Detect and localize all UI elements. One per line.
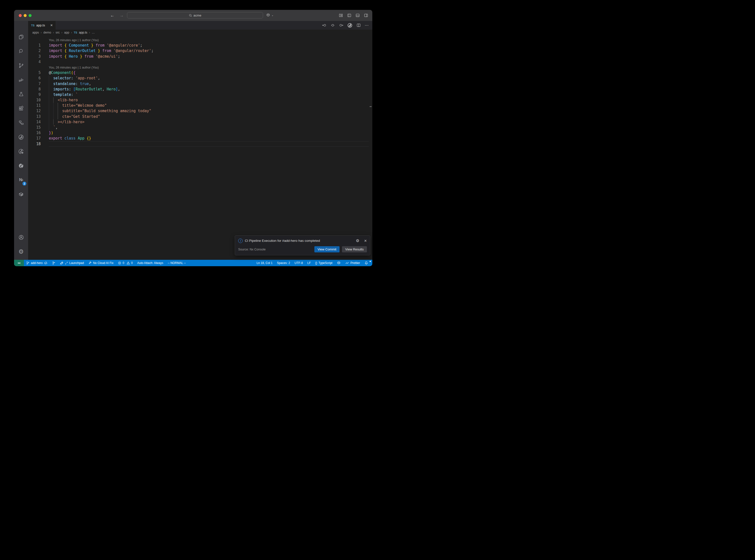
toggle-panel-icon[interactable]	[355, 13, 360, 18]
indentation-item[interactable]: Spaces: 2	[275, 260, 292, 266]
copilot-status-item[interactable]	[335, 260, 343, 266]
typescript-file-icon: TS	[31, 24, 35, 27]
tab-app-ts[interactable]: TS app.ts ✕	[28, 21, 56, 29]
line-number: 15	[28, 125, 49, 130]
code-line: 6 selector: 'app-root',	[28, 75, 372, 81]
git-branch-item[interactable]: add-hero	[24, 260, 50, 266]
launchpad-item[interactable]: Launchpad	[58, 260, 86, 266]
double-check-icon: ✓✓	[345, 261, 348, 265]
code-line: 12 subtitle="Build something amazing tod…	[28, 108, 372, 114]
breadcrumb-symbol[interactable]: …	[92, 31, 95, 34]
settings-gear-icon[interactable]: ⚙	[14, 244, 28, 259]
code-line: 14 ></lib-hero>	[28, 119, 372, 125]
warnings-icon	[126, 261, 130, 265]
account-icon[interactable]	[14, 230, 28, 244]
code-line: 9 template: `	[28, 92, 372, 97]
testing-icon[interactable]	[14, 87, 28, 101]
breadcrumb-separator: ›	[41, 31, 42, 34]
wrench-icon	[88, 261, 92, 265]
copilot-icon	[337, 261, 341, 265]
toggle-secondary-sidebar-icon[interactable]	[364, 13, 369, 18]
status-bar: >< add-hero Launchpad	[14, 260, 372, 266]
more-actions-icon[interactable]: ⋯	[365, 23, 369, 27]
commit-graph-icon[interactable]	[14, 130, 28, 144]
breadcrumb-item[interactable]: src	[56, 31, 60, 34]
customize-layout-icon[interactable]	[339, 13, 343, 18]
view-results-button[interactable]: View Results	[342, 246, 367, 253]
git-branch-icon	[26, 261, 29, 265]
copilot-menu[interactable]: ⌄	[266, 13, 274, 17]
line-number: 1	[28, 43, 49, 48]
encoding-item[interactable]: UTF-8	[292, 260, 305, 266]
minimize-window-button[interactable]	[24, 14, 27, 17]
code-line: 18	[28, 141, 372, 147]
notifications-item[interactable]	[362, 260, 370, 266]
cursor-position-item[interactable]: Ln 18, Col 1	[254, 260, 275, 266]
history-nav: ← →	[110, 13, 124, 18]
nx-badge: 2	[22, 182, 26, 186]
swirl-icon[interactable]	[14, 159, 28, 173]
merge-target-icon	[65, 261, 68, 265]
copilot-icon	[266, 13, 270, 17]
nx-console-icon[interactable]: N› 2	[14, 173, 28, 187]
bell-icon	[364, 261, 368, 265]
back-arrow-icon[interactable]: ←	[110, 13, 114, 18]
toggle-primary-sidebar-icon[interactable]	[347, 13, 352, 18]
line-number: 17	[28, 136, 49, 141]
info-icon: i	[238, 239, 243, 243]
tab-bar: TS app.ts ✕	[28, 21, 372, 29]
next-change-icon[interactable]	[339, 23, 343, 27]
blame-annotation[interactable]: You, 26 minutes ago | 1 author (You)	[28, 65, 372, 70]
search-sidebar-icon[interactable]	[14, 44, 28, 58]
line-number	[28, 65, 49, 70]
code-area[interactable]: You, 26 minutes ago | 1 author (You)1imp…	[28, 36, 372, 260]
breadcrumb-file[interactable]: app.ts	[79, 31, 87, 34]
code-line: 5@Component({	[28, 70, 372, 75]
tab-close-icon[interactable]: ✕	[50, 23, 53, 27]
maximize-window-button[interactable]	[28, 14, 32, 17]
line-number: 6	[28, 75, 49, 81]
source-control-icon[interactable]	[14, 58, 28, 73]
run-debug-icon[interactable]	[14, 73, 28, 87]
line-number: 5	[28, 70, 49, 75]
line-number: 4	[28, 59, 49, 65]
close-window-button[interactable]	[19, 14, 22, 17]
code-line: 7 standalone: true,	[28, 81, 372, 86]
layout-controls	[339, 13, 369, 18]
source-control-graph-item[interactable]	[50, 260, 58, 266]
code-line: 10 <lib-hero	[28, 97, 372, 103]
auto-attach-item[interactable]: Auto Attach: Always	[135, 260, 165, 266]
prev-change-icon[interactable]	[322, 23, 327, 27]
line-number: 18	[28, 141, 49, 147]
open-commit-graph-icon[interactable]	[347, 23, 353, 28]
code-line: 15 `,	[28, 125, 372, 130]
toast-settings-gear-icon[interactable]: ⚙	[356, 238, 359, 243]
command-center-search[interactable]: acme	[127, 12, 263, 19]
remote-indicator[interactable]: ><	[14, 260, 24, 266]
chevron-down-icon: ⌄	[272, 14, 274, 17]
extensions-icon[interactable]	[14, 101, 28, 116]
explorer-icon[interactable]	[14, 30, 28, 44]
project-details-icon[interactable]	[14, 116, 28, 130]
changes-icon[interactable]	[331, 23, 335, 27]
breadcrumb-item[interactable]: apps	[32, 31, 39, 34]
toast-close-icon[interactable]: ✕	[364, 239, 367, 243]
formatter-item[interactable]: ✓✓ Prettier	[343, 260, 362, 266]
line-number: 9	[28, 92, 49, 97]
breadcrumb-separator: ›	[53, 31, 54, 34]
problems-item[interactable]: 0 0	[116, 260, 135, 266]
gitlens-inspect-icon[interactable]	[14, 144, 28, 159]
nx-cloud-fix-item[interactable]: Nx Cloud AI Fix	[86, 260, 116, 266]
breadcrumb-item[interactable]: demo	[43, 31, 51, 34]
vim-mode-item[interactable]: -- NORMAL --	[165, 260, 188, 266]
search-value: acme	[194, 14, 201, 17]
split-editor-icon[interactable]	[356, 23, 361, 27]
search-icon	[189, 14, 192, 17]
language-mode-item[interactable]: {} TypeScript	[313, 260, 335, 266]
eol-item[interactable]: LF	[305, 260, 313, 266]
view-commit-button[interactable]: View Commit	[314, 246, 339, 253]
breadcrumb-item[interactable]: app	[64, 31, 69, 34]
forward-arrow-icon[interactable]: →	[120, 13, 124, 18]
blame-annotation[interactable]: You, 26 minutes ago | 1 author (You)	[28, 37, 372, 43]
container-icon[interactable]	[14, 187, 28, 201]
